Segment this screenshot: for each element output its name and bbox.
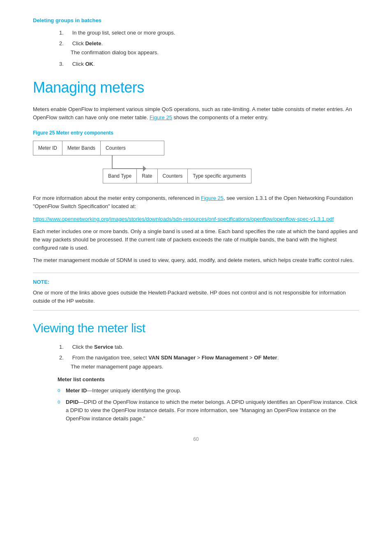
bullet-text-after: .": [142, 415, 145, 422]
step-sub: The confirmation dialog box appears.: [71, 49, 359, 57]
meter-cell-bands: Meter Bands: [62, 141, 101, 155]
viewing-meter-list-title: Viewing the meter list: [33, 319, 359, 337]
step-num: 1.: [59, 343, 71, 351]
managing-meters-body2: For more information about the meter ent…: [33, 194, 359, 211]
managing-meters-body3: Each meter includes one or more bands. O…: [33, 227, 359, 252]
section-managing-meters: Managing meters Meters enable OpenFlow t…: [33, 76, 359, 311]
meter-bottom-counters: Counters: [158, 169, 188, 183]
step-text-after: .: [101, 40, 103, 46]
bullet-bold: DPID: [66, 399, 78, 405]
step-num: 2.: [59, 354, 71, 362]
step-arrow2: >: [248, 355, 254, 361]
meter-diagram: Meter ID Meter Bands Counters Band Type …: [33, 141, 359, 186]
section-viewing-meter-list: Viewing the meter list 1. Click the Serv…: [33, 319, 359, 423]
meter-bottom-typeargs: Type specific arguments: [188, 169, 251, 183]
managing-meters-body1: Meters enable OpenFlow to implement vari…: [33, 105, 359, 122]
step-text-before: Click: [72, 61, 85, 67]
step-text-before: Click: [72, 40, 85, 46]
note-box: NOTE: One or more of the links above goe…: [33, 273, 359, 311]
figure-caption: Figure 25 Meter entry components: [33, 129, 359, 137]
bullet-dpid: DPID—DPID of the OpenFlow instance to wh…: [58, 398, 359, 423]
meter-cell-counters: Counters: [101, 141, 131, 155]
step-after: tab.: [113, 344, 123, 350]
bullet-text: Integer uniquely identifying the group.: [92, 387, 181, 394]
note-label: NOTE:: [33, 278, 359, 286]
step-num: 2.: [59, 39, 71, 48]
body1-after: shows the components of a meter entry.: [172, 114, 268, 121]
managing-meters-url: https://www.opennetworking.org/images/st…: [33, 215, 359, 223]
step-before: From the navigation tree, select: [72, 355, 149, 361]
step-after: .: [277, 355, 279, 361]
step-num: 1.: [59, 29, 71, 37]
managing-meters-title: Managing meters: [33, 76, 359, 99]
meter-bottom-bandtype: Band Type: [103, 169, 137, 183]
meter-bottom-rate: Rate: [137, 169, 157, 183]
meter-top-row: Meter ID Meter Bands Counters: [33, 141, 164, 155]
step-bold: Service: [94, 344, 113, 350]
figure25-link-1[interactable]: Figure 25: [150, 114, 172, 121]
figure25-link-2[interactable]: Figure 25: [201, 195, 224, 201]
page-number: 60: [33, 436, 359, 443]
bullet-emdash: —: [87, 387, 92, 394]
section-heading: Deleting groups in batches: [33, 16, 359, 25]
section-deleting-groups: Deleting groups in batches 1. In the gro…: [33, 16, 359, 68]
meter-cell-id: Meter ID: [33, 141, 62, 155]
bullet-emdash: —: [78, 399, 84, 405]
step-before: Click the: [72, 344, 94, 350]
view-step-2: 2. From the navigation tree, select VAN …: [58, 354, 359, 371]
note-text: One or more of the links above goes outs…: [33, 289, 359, 305]
meter-bottom-row: Band Type Rate Counters Type specific ar…: [103, 169, 251, 183]
step-bold1: VAN SDN Manager: [148, 355, 196, 361]
step-bold3: OF Meter: [254, 355, 277, 361]
step-sub: The meter management page appears.: [71, 363, 359, 371]
step-arrow1: >: [196, 355, 202, 361]
managing-meters-body4: The meter management module of SDNM is u…: [33, 256, 359, 264]
bullet-bold: Meter ID: [66, 387, 87, 394]
view-step-1: 1. Click the Service tab.: [58, 343, 359, 351]
bullet-meterid: Meter ID—Integer uniquely identifying th…: [58, 387, 359, 395]
step-bold: Delete: [85, 40, 101, 46]
step-1: 1. In the group list, select one or more…: [58, 29, 359, 37]
body2-before: For more information about the meter ent…: [33, 195, 201, 201]
step-bold: OK: [85, 61, 93, 67]
step-text-after: .: [93, 61, 95, 67]
step-num: 3.: [59, 60, 71, 68]
spec-url-link[interactable]: https://www.opennetworking.org/images/st…: [33, 216, 334, 222]
step-text: In the group list, select one or more gr…: [72, 30, 175, 36]
step-bold2: Flow Management: [202, 355, 248, 361]
meter-list-contents-heading: Meter list contents: [58, 375, 359, 384]
step-2: 2. Click Delete. The confirmation dialog…: [58, 39, 359, 57]
step-3: 3. Click OK.: [58, 60, 359, 68]
arrow-vertical: [112, 155, 113, 169]
